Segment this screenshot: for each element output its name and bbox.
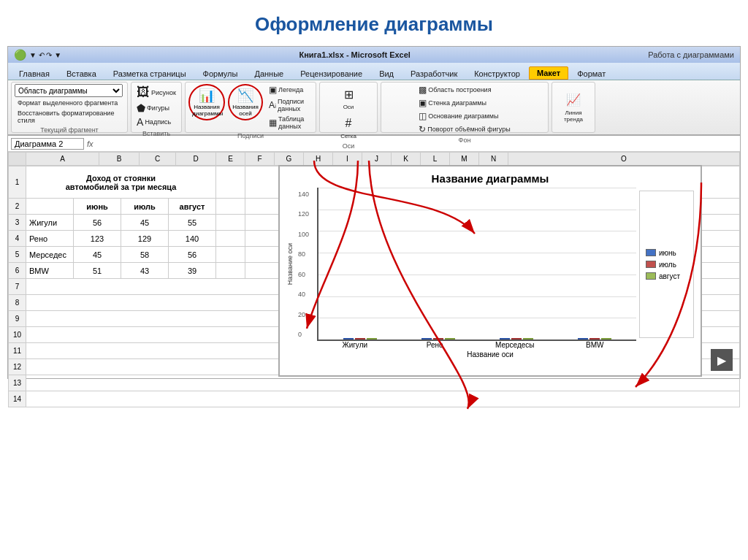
group-tekushchy-label: Текущий фрагмент	[40, 125, 98, 134]
excel-window: 🟢 ▼ ↶ ↷ ▼ Книга1.xlsx - Microsoft Excel …	[7, 46, 741, 379]
play-button[interactable]: ▶	[711, 349, 733, 371]
povorot-btn[interactable]: ↻ Поворот объёмной фигуры	[416, 123, 513, 135]
row3-name[interactable]: Жигули	[26, 215, 74, 231]
table-row: 14	[9, 391, 740, 407]
stenka-diagrammy-btn[interactable]: ▣ Стенка диаграммы	[416, 97, 489, 109]
row6-name[interactable]: BMW	[26, 263, 74, 279]
bar	[421, 338, 432, 340]
bar	[589, 338, 600, 340]
legend-label-jun: июнь	[659, 249, 676, 257]
tab-formuly[interactable]: Формулы	[195, 67, 246, 80]
row5-name[interactable]: Мерседес	[26, 247, 74, 263]
x-label-bmw: BMW	[555, 341, 636, 349]
tab-maket[interactable]: Макет	[529, 66, 568, 80]
row5-aug[interactable]: 56	[169, 247, 216, 263]
risunok-btn[interactable]: 🖼 Рисунок	[134, 84, 179, 101]
x-label-reno: Рено	[395, 341, 476, 349]
bar-group-reno	[400, 338, 478, 340]
row6-jul[interactable]: 43	[121, 263, 169, 279]
col-header-g: G	[275, 153, 304, 166]
row5-jun[interactable]: 45	[74, 247, 121, 263]
y-ticks: 0 20 40 60 80 100 120 140	[297, 188, 317, 341]
row4-aug[interactable]: 140	[169, 231, 216, 247]
bar	[523, 338, 533, 340]
format-vydelennogo-btn[interactable]: Формат выделенного фрагмента	[15, 99, 121, 107]
nazvaniya-osey-btn[interactable]: 📉 Названия осей	[228, 84, 263, 120]
bar	[433, 338, 443, 340]
chart-plot-area	[317, 188, 636, 341]
legend-color-jul	[646, 261, 656, 268]
oblast-diagrammy-select[interactable]: Область диаграммы	[15, 84, 123, 97]
x-axis-labels: Жигули Рено Мерседесы BMW	[280, 341, 701, 349]
tab-vid[interactable]: Вид	[371, 67, 402, 80]
legend-label-jul: июль	[659, 261, 676, 269]
tab-glavnaya[interactable]: Главная	[11, 67, 58, 80]
row3-jun[interactable]: 56	[74, 215, 121, 231]
row3-aug[interactable]: 55	[169, 215, 216, 231]
vosstanovit-btn[interactable]: Восстановить форматирование стиля	[15, 109, 124, 125]
formula-bar: fx	[8, 136, 740, 152]
ribbon-group-tekushchy: Область диаграммы Формат выделенного фра…	[11, 82, 128, 133]
header-jun[interactable]: июнь	[74, 199, 121, 215]
row5-jul[interactable]: 58	[121, 247, 169, 263]
row4-name[interactable]: Рено	[26, 231, 74, 247]
bar-group-bmw	[555, 338, 633, 340]
legend-color-jun	[646, 249, 656, 256]
row3-jul[interactable]: 45	[121, 215, 169, 231]
tablica-dannych-btn[interactable]: ▦ Таблица данных	[266, 115, 313, 131]
cell-e1[interactable]	[216, 166, 245, 199]
tab-razrabotchik[interactable]: Разработчик	[402, 67, 465, 80]
col-header-a: A	[26, 153, 99, 166]
col-header-l: L	[421, 153, 450, 166]
tab-vstavka[interactable]: Вставка	[58, 67, 104, 80]
nazvaniya-diagrammy-btn[interactable]: 📊 Названия диаграммы	[188, 84, 225, 120]
bar	[500, 338, 510, 340]
oblast-postroeniya-btn[interactable]: ▩ Область построения	[416, 84, 494, 96]
nadpis-btn[interactable]: A Надпись	[134, 115, 174, 129]
tab-razmetka[interactable]: Разметка страницы	[105, 67, 194, 80]
title-bar-left: 🟢 ▼ ↶ ↷ ▼	[14, 49, 61, 61]
chart-container: Название диаграммы Название оси 0 20 40 …	[278, 165, 702, 377]
x-label-mercedes: Мерседесы	[475, 341, 555, 349]
bar	[511, 338, 522, 340]
osnovanie-diagrammy-btn[interactable]: ◫ Основание диаграммы	[416, 110, 501, 122]
page-title: Оформление диаграммы	[15, 13, 733, 36]
chart-body: Название оси 0 20 40 60 80 100 120 140	[280, 188, 701, 341]
setka-btn[interactable]: # Сетка	[337, 113, 360, 141]
name-box-input[interactable]	[11, 138, 84, 150]
header-jul[interactable]: июль	[121, 199, 169, 215]
liniya-trenda-btn[interactable]: 📈 Линия тренда	[555, 90, 592, 124]
row6-jun[interactable]: 51	[74, 263, 121, 279]
tab-recenzirovanie[interactable]: Рецензирование	[292, 67, 370, 80]
col-header-b: B	[99, 153, 140, 166]
y-axis-label: Название оси	[286, 243, 294, 285]
work-with-charts-label: Работа с диаграммами	[648, 50, 734, 59]
chart-title: Название диаграммы	[280, 166, 701, 188]
header-aug[interactable]: август	[169, 199, 216, 215]
bar	[343, 338, 354, 340]
table-title-cell: Доход от стоянки автомобилей за три меся…	[26, 166, 216, 199]
legenda-btn[interactable]: ▣ Легенда	[266, 84, 313, 96]
title-bar: 🟢 ▼ ↶ ↷ ▼ Книга1.xlsx - Microsoft Excel …	[8, 47, 740, 63]
bar	[355, 338, 365, 340]
y-axis-label-container: Название оси	[283, 188, 297, 341]
group-osi-label: Оси	[343, 141, 355, 150]
tab-dannye[interactable]: Данные	[246, 67, 291, 80]
bar	[578, 338, 588, 340]
legend-item-jun: июнь	[646, 249, 693, 257]
row4-jul[interactable]: 129	[121, 231, 169, 247]
col-header-i: I	[333, 153, 362, 166]
figury-btn[interactable]: ⬟ Фигуры	[134, 101, 172, 115]
tab-format[interactable]: Формат	[569, 67, 614, 80]
osi-btn[interactable]: ⊞ Оси	[337, 84, 360, 112]
col-header-m: M	[450, 153, 479, 166]
bars-area	[318, 188, 636, 340]
x-label-zhiguli: Жигули	[315, 341, 395, 349]
podpisi-dannych-btn[interactable]: Aᵢ Подписи данных	[266, 97, 313, 113]
bar	[367, 338, 377, 340]
spreadsheet-wrapper: A B C D E F G H I J K L M N O	[8, 152, 740, 378]
row6-aug[interactable]: 39	[169, 263, 216, 279]
legend-item-jul: июль	[646, 261, 693, 269]
tab-konstruktor[interactable]: Конструктор	[466, 67, 528, 80]
row4-jun[interactable]: 123	[74, 231, 121, 247]
